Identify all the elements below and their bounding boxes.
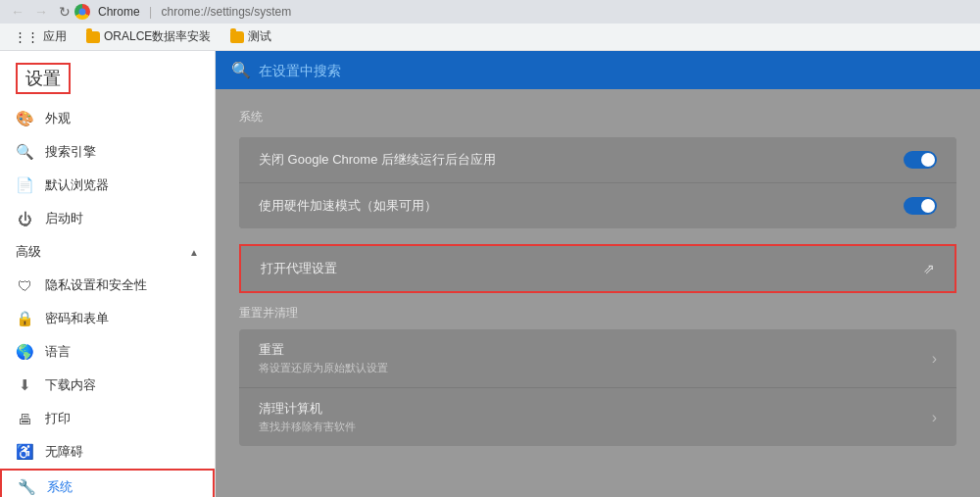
reset-section: 重置并清理 重置 将设置还原为原始默认设置 › 清理计算机 — [239, 305, 956, 446]
background-apps-toggle[interactable] — [904, 151, 937, 169]
chrome-icon — [74, 4, 90, 20]
chevron-up-icon: ▲ — [189, 247, 199, 258]
setting-row-background: 关闭 Google Chrome 后继续运行后台应用 — [239, 137, 956, 183]
download-icon: ⬇ — [16, 376, 33, 394]
proxy-label: 打开代理设置 — [261, 260, 923, 277]
titlebar: ← → ↻ Chrome | chrome://settings/system — [0, 0, 980, 24]
bookmark-label-apps: 应用 — [43, 28, 67, 45]
wrench-icon: 🔧 — [18, 478, 35, 496]
sidebar-item-appearance[interactable]: 🎨 外观 — [0, 102, 215, 135]
settings-content: 系统 关闭 Google Chrome 后继续运行后台应用 使用硬件加速模式（如… — [216, 89, 980, 466]
search-bar-icon: 🔍 — [231, 61, 251, 79]
sidebar-item-print[interactable]: 🖶 打印 — [0, 402, 215, 435]
chrome-label: Chrome — [98, 5, 140, 19]
arrow-right-icon-cleanup: › — [932, 409, 937, 426]
accessibility-icon: ♿ — [16, 443, 33, 461]
bookmarks-bar: ⋮⋮ 应用 ORALCE数据率安装 测试 — [0, 24, 980, 51]
nav-buttons: ← → ↻ — [8, 2, 74, 22]
setting-row-hardware: 使用硬件加速模式（如果可用） — [239, 183, 956, 228]
downloads-label: 下载内容 — [45, 376, 96, 394]
url-text: chrome://settings/system — [162, 5, 292, 19]
bookmark-apps[interactable]: ⋮⋮ 应用 — [8, 26, 73, 47]
accessibility-label: 无障碍 — [45, 443, 83, 461]
reload-button[interactable]: ↻ — [55, 2, 74, 22]
sidebar-item-system[interactable]: 🔧 系统 — [0, 469, 215, 497]
reset-desc: 将设置还原为原始默认设置 — [259, 361, 932, 375]
language-label: 语言 — [45, 343, 71, 361]
sidebar-item-privacy[interactable]: 🛡 隐私设置和安全性 — [0, 269, 215, 302]
hardware-accel-label: 使用硬件加速模式（如果可用） — [259, 197, 904, 215]
search-icon: 🔍 — [16, 143, 33, 161]
forward-button[interactable]: → — [31, 2, 51, 22]
cleanup-title: 清理计算机 — [259, 400, 932, 418]
sidebar-title: 设置 — [25, 69, 61, 88]
hardware-accel-toggle[interactable] — [904, 197, 937, 215]
cleanup-desc: 查找并移除有害软件 — [259, 420, 932, 434]
reset-row-settings[interactable]: 重置 将设置还原为原始默认设置 › — [239, 329, 956, 388]
sidebar-item-default-browser[interactable]: 📄 默认浏览器 — [0, 169, 215, 202]
folder-icon-test — [230, 31, 244, 43]
apps-grid-icon: ⋮⋮ — [14, 29, 39, 44]
globe-icon: 🌎 — [16, 343, 33, 361]
print-icon: 🖶 — [16, 410, 33, 427]
browser-icon: 📄 — [16, 176, 33, 194]
bookmark-label-oracle: ORALCE数据率安装 — [104, 28, 211, 45]
privacy-label: 隐私设置和安全性 — [45, 276, 147, 294]
browser-frame: ← → ↻ Chrome | chrome://settings/system … — [0, 0, 980, 497]
sidebar-item-passwords[interactable]: 🔒 密码和表单 — [0, 302, 215, 335]
sidebar: 设置 🎨 外观 🔍 搜索引擎 📄 默认浏览器 ⏻ 启动时 高级 ▲ — [0, 51, 216, 497]
system-section-title: 系统 — [239, 109, 956, 125]
shield-icon: 🛡 — [16, 276, 33, 294]
bookmark-label-test: 测试 — [248, 28, 271, 45]
default-browser-label: 默认浏览器 — [45, 176, 109, 194]
passwords-label: 密码和表单 — [45, 310, 109, 327]
startup-label: 启动时 — [45, 210, 83, 227]
reset-card: 重置 将设置还原为原始默认设置 › 清理计算机 查找并移除有害软件 › — [239, 329, 956, 446]
reset-row-cleanup[interactable]: 清理计算机 查找并移除有害软件 › — [239, 388, 956, 446]
system-settings-card: 关闭 Google Chrome 后继续运行后台应用 使用硬件加速模式（如果可用… — [239, 137, 956, 228]
palette-icon: 🎨 — [16, 110, 33, 127]
advanced-section-header[interactable]: 高级 ▲ — [0, 235, 215, 269]
sidebar-item-language[interactable]: 🌎 语言 — [0, 335, 215, 369]
appearance-label: 外观 — [45, 110, 71, 127]
reset-text: 重置 将设置还原为原始默认设置 — [259, 341, 932, 375]
bookmark-oracle[interactable]: ORALCE数据率安装 — [80, 26, 217, 47]
sidebar-item-startup[interactable]: ⏻ 启动时 — [0, 202, 215, 235]
cleanup-text: 清理计算机 查找并移除有害软件 — [259, 400, 932, 434]
reset-title: 重置 — [259, 341, 932, 359]
back-button[interactable]: ← — [8, 2, 27, 22]
search-label: 搜索引擎 — [45, 143, 96, 161]
title-separator: | — [149, 5, 152, 19]
main-panel: 🔍 系统 关闭 Google Chrome 后继续运行后台应用 使用硬件加速模式… — [216, 51, 980, 497]
search-input[interactable] — [259, 63, 964, 78]
external-link-icon: ⇗ — [923, 261, 935, 276]
reset-section-title: 重置并清理 — [239, 305, 956, 322]
sidebar-item-accessibility[interactable]: ♿ 无障碍 — [0, 435, 215, 469]
sidebar-item-downloads[interactable]: ⬇ 下载内容 — [0, 369, 215, 402]
lock-icon: 🔒 — [16, 310, 33, 327]
search-bar: 🔍 — [216, 51, 980, 89]
content-area: 设置 🎨 外观 🔍 搜索引擎 📄 默认浏览器 ⏻ 启动时 高级 ▲ — [0, 51, 980, 497]
advanced-label: 高级 — [16, 243, 189, 261]
system-label: 系统 — [47, 478, 73, 496]
print-label: 打印 — [45, 410, 71, 427]
power-icon: ⏻ — [16, 210, 33, 227]
proxy-row[interactable]: 打开代理设置 ⇗ — [239, 244, 956, 293]
folder-icon-oracle — [86, 31, 100, 43]
arrow-right-icon-reset: › — [932, 350, 937, 368]
sidebar-item-search[interactable]: 🔍 搜索引擎 — [0, 135, 215, 169]
browser-title: Chrome | chrome://settings/system — [98, 5, 291, 19]
background-apps-label: 关闭 Google Chrome 后继续运行后台应用 — [259, 151, 904, 169]
bookmark-test[interactable]: 测试 — [224, 26, 277, 47]
